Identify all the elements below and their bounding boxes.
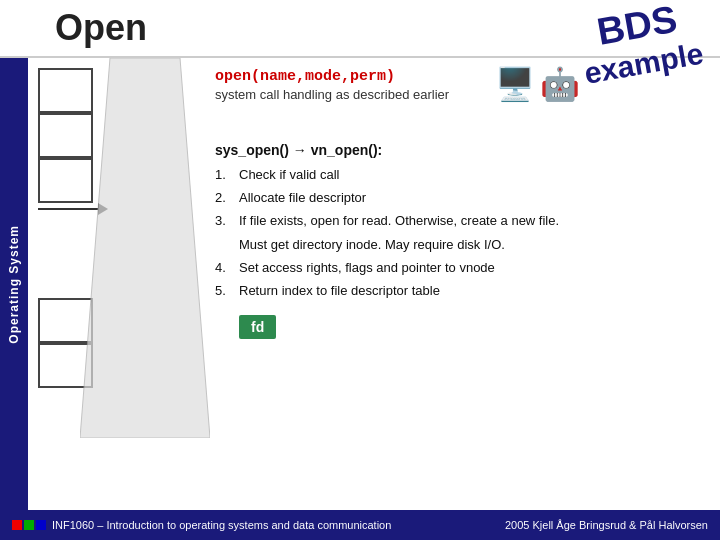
step-3: 3. If file exists, open for read. Otherw…	[215, 212, 695, 230]
step-2-text: Allocate file descriptor	[239, 189, 695, 207]
step-3-sub: Must get directory inode. May require di…	[239, 236, 695, 254]
step-1-text: Check if valid call	[239, 166, 695, 184]
fd-badge: fd	[239, 315, 276, 339]
step-2: 2. Allocate file descriptor	[215, 189, 695, 207]
step-1: 1. Check if valid call	[215, 166, 695, 184]
open-call-signature: open(name,mode,perm)	[215, 68, 695, 85]
trap-shape	[80, 58, 210, 438]
system-call-description: system call handling as described earlie…	[215, 87, 695, 102]
step-3-text: If file exists, open for read. Otherwise…	[239, 212, 695, 230]
page-title: Open	[55, 7, 147, 49]
step-4: 4. Set access rights, flags and pointer …	[215, 259, 695, 277]
sidebar-text: Operating System	[7, 225, 21, 344]
sys-open-heading: sys_open() → vn_open():	[215, 142, 695, 158]
footer-left-text: INF1060 – Introduction to operating syst…	[52, 519, 391, 531]
footer-sq-green	[24, 520, 34, 530]
sys-open-text: sys_open()	[215, 142, 289, 158]
vn-open-text: vn_open():	[311, 142, 383, 158]
steps-list: 1. Check if valid call 2. Allocate file …	[215, 166, 695, 231]
step-5-text: Return index to file descriptor table	[239, 282, 695, 300]
footer-sq-blue	[36, 520, 46, 530]
step-5: 5. Return index to file descriptor table	[215, 282, 695, 300]
step-3-num: 3.	[215, 212, 231, 230]
footer-right-text: 2005 Kjell Åge Bringsrud & Pål Halvorsen	[505, 519, 708, 531]
step-1-num: 1.	[215, 166, 231, 184]
arrow-symbol: →	[293, 142, 307, 158]
sidebar-label: Operating System	[0, 58, 28, 510]
step-5-num: 5.	[215, 282, 231, 300]
step-2-num: 2.	[215, 189, 231, 207]
step-4-text: Set access rights, flags and pointer to …	[239, 259, 695, 277]
main-content: open(name,mode,perm) system call handlin…	[200, 58, 710, 510]
footer-sq-red	[12, 520, 22, 530]
steps-list-2: 4. Set access rights, flags and pointer …	[215, 259, 695, 300]
footer: INF1060 – Introduction to operating syst…	[0, 510, 720, 540]
svg-marker-0	[80, 58, 210, 438]
step-4-num: 4.	[215, 259, 231, 277]
